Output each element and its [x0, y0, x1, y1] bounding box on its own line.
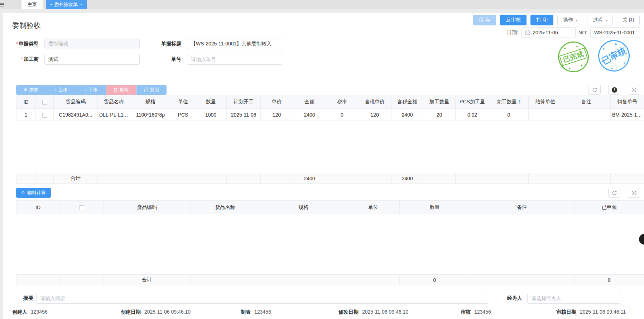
process-dropdown-button[interactable]: 过程▾ — [587, 15, 613, 25]
table2-tools — [608, 188, 640, 198]
refresh-icon — [612, 190, 617, 196]
col-process-qty: 加工数量 — [423, 95, 456, 109]
chevron-down-icon: ▾ — [605, 18, 607, 22]
col-settle-unit: 结算单位 — [529, 95, 562, 109]
col-amount: 金额 — [293, 95, 326, 109]
agent-input-wrap — [527, 293, 620, 304]
processor-value: 测试 — [48, 56, 58, 63]
info-button[interactable]: i — [608, 85, 620, 95]
cell-tax-unit-price: 120 — [358, 109, 391, 121]
copy-icon — [144, 88, 148, 92]
sidebar-toggle-icon[interactable] — [0, 0, 4, 9]
sort-icons[interactable]: ▲▼ — [518, 99, 521, 104]
cell-unit: PCS — [171, 109, 195, 121]
active-dot-icon: ● — [50, 3, 52, 6]
agent-select-input[interactable] — [531, 293, 616, 303]
summary-input[interactable] — [40, 293, 484, 303]
unaudit-button[interactable]: 反审核 — [500, 15, 527, 25]
col-spec: 规格 — [260, 201, 347, 214]
cell-process-qty: 20 — [423, 109, 456, 121]
cell-tax-rate: 0 — [326, 109, 358, 121]
row-checkbox[interactable] — [42, 113, 47, 118]
col-select — [60, 201, 104, 214]
operate-dropdown-button[interactable]: 操作▾ — [557, 15, 583, 25]
refresh-icon — [592, 87, 597, 93]
col-finished-qty[interactable]: 完工数量▲▼ — [489, 95, 529, 109]
page-title: 委制验收 — [12, 21, 41, 30]
plus-circle-icon: ⊕ — [24, 88, 27, 92]
move-down-button[interactable]: ↓下移 — [76, 85, 106, 95]
sum-amount: 2400 — [293, 173, 326, 184]
processor-input[interactable]: 测试 — [44, 54, 140, 65]
cell-unit-price: 120 — [261, 109, 293, 121]
doc-number-input[interactable] — [191, 54, 278, 64]
select-all-checkbox[interactable] — [42, 100, 47, 105]
material-calc-button[interactable]: ⊕ 物料计算 — [16, 188, 51, 198]
col-select — [36, 95, 54, 109]
tab-home-label: 主页 — [28, 1, 37, 8]
cell-select — [36, 109, 54, 121]
processor-label: *加工商 — [6, 56, 39, 63]
date-input[interactable]: 2025-11-06 — [521, 27, 576, 38]
col-spec: 规格 — [130, 95, 171, 109]
close-button[interactable]: 关 闭 — [617, 15, 640, 25]
summary-label: 摘要 — [23, 295, 33, 301]
tabulator-item: 制表123456 — [241, 309, 271, 315]
col-requested: 已申领 — [575, 201, 644, 214]
doc-no-input[interactable]: WS-2025-11-0001 — [590, 27, 641, 38]
col-item-name: 货品名称 — [191, 201, 260, 214]
print-button[interactable]: 打 印 — [530, 15, 553, 25]
tab-home[interactable]: 主页 — [21, 0, 43, 9]
table-row[interactable]: 1 C1982491A0... DLL-PL-L11... 1100*160*8… — [16, 109, 644, 121]
agent-label: 经办人 — [507, 295, 522, 301]
auditor-item: 审核123456 — [461, 309, 491, 315]
doc-title-value: 【WS-2025-11-0001】其他委制转入 — [191, 41, 271, 47]
document-panel: 保 存 反审核 打 印 操作▾ 过程▾ 关 闭 日期: 2025-11-06 N… — [3, 13, 644, 319]
sum-label: 合计 — [104, 275, 191, 285]
cell-tax-amount: 2400 — [391, 109, 423, 121]
audit-footer: 创建人123456 创建日期2025-11-06 09:46:10 制表1234… — [3, 309, 644, 317]
doc-title-input[interactable]: 【WS-2025-11-0001】其他委制转入 — [187, 39, 282, 49]
column-settings-button[interactable] — [628, 188, 640, 198]
refresh-button[interactable] — [588, 85, 601, 95]
cell-settle-unit — [529, 109, 562, 121]
date-label: 日期: — [507, 29, 518, 36]
chevron-down-icon: ⌄ — [133, 42, 136, 46]
copy-row-button[interactable]: 复制 — [136, 85, 167, 95]
summary-input-wrap — [36, 293, 488, 304]
select-all-checkbox[interactable] — [79, 205, 84, 210]
required-mark: * — [21, 56, 23, 62]
cell-item-code-link[interactable]: C1982491A0... — [54, 109, 98, 121]
tab-outsourcing-acceptance[interactable]: ● 委外验收单 × — [46, 0, 87, 9]
sum-qty: 0 — [400, 275, 470, 285]
col-unit-price: 单价 — [261, 95, 293, 109]
cell-pcs-process-qty: 0.02 — [456, 109, 489, 121]
sum-received: 0 — [575, 275, 644, 285]
gear-icon — [631, 87, 637, 93]
column-settings-button[interactable] — [628, 85, 640, 95]
save-button[interactable]: 保 存 — [473, 15, 496, 25]
move-up-button[interactable]: ↑上移 — [46, 85, 76, 95]
trash-icon — [114, 88, 118, 92]
material-sum-row: 合计 0 0 — [16, 274, 644, 285]
cell-spec: 1100*160*8p — [130, 109, 171, 121]
action-bar: 保 存 反审核 打 印 操作▾ 过程▾ 关 闭 — [473, 15, 640, 25]
cell-qty: 1000 — [195, 109, 227, 121]
completed-stamp: ★ ★ ★ ★ 已完成 — [554, 38, 593, 76]
doc-type-select[interactable]: 委制验收 ⌄ — [44, 39, 140, 49]
refresh-button[interactable] — [608, 188, 620, 198]
tab-close-icon[interactable]: × — [80, 2, 83, 7]
detail-table-header-row: ID 货品编码 货品名称 规格 单位 数量 计划开工 单价 金额 税率 含税单价… — [16, 95, 644, 109]
cell-plan-start: 2025-11-06 — [227, 109, 261, 121]
delete-row-button[interactable]: 删除 — [106, 85, 136, 95]
col-qty: 数量 — [195, 95, 227, 109]
detail-table: ID 货品编码 货品名称 规格 单位 数量 计划开工 单价 金额 税率 含税单价… — [3, 95, 644, 184]
calendar-icon — [525, 30, 530, 35]
col-tax-rate: 税率 — [326, 95, 358, 109]
audit-date-item: 审核日期2025-11-06 09:46:11 — [556, 309, 626, 315]
cell-item-name: DLL-PL-L11... — [98, 109, 130, 121]
add-row-button[interactable]: ⊕添加 — [16, 85, 46, 95]
arrow-down-icon: ↓ — [85, 88, 87, 92]
col-remark: 备注 — [470, 201, 575, 214]
col-pcs-process-qty: PCS加工量 — [456, 95, 489, 109]
